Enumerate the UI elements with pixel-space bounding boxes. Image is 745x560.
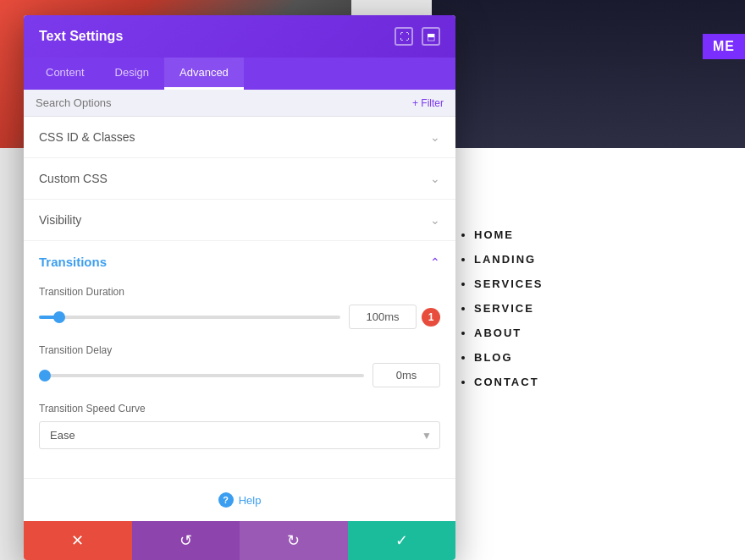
transition-speed-select[interactable]: Ease Linear Ease In Ease Out Ease In Out <box>39 421 440 449</box>
modal-footer: ✕ ↺ ↻ ✓ <box>24 521 455 560</box>
undo-icon: ↺ <box>179 531 192 550</box>
help-label: Help <box>239 494 262 507</box>
css-id-classes-section[interactable]: CSS ID & Classes ⌄ <box>24 117 455 158</box>
redo-icon: ↻ <box>287 531 300 550</box>
transition-speed-select-wrap: Ease Linear Ease In Ease Out Ease In Out… <box>39 421 440 449</box>
transition-delay-slider-row <box>39 363 440 387</box>
undo-button[interactable]: ↺ <box>132 521 240 560</box>
transition-duration-badge: 1 <box>422 308 440 327</box>
tab-advanced[interactable]: Advanced <box>164 58 244 90</box>
transition-duration-field: Transition Duration 1 <box>39 286 440 329</box>
help-row[interactable]: ? Help <box>24 479 455 521</box>
bg-label: ME <box>703 34 745 59</box>
transition-delay-label: Transition Delay <box>39 344 440 356</box>
transition-speed-curve-label: Transition Speed Curve <box>39 403 440 415</box>
transition-duration-input-wrap: 1 <box>349 305 440 329</box>
modal-header-icons: ⛶ ⬒ <box>395 27 440 46</box>
custom-css-label: Custom CSS <box>39 172 108 185</box>
nav-item-landing[interactable]: LANDING <box>474 253 544 266</box>
modal-tabs: Content Design Advanced <box>24 58 455 90</box>
filter-button[interactable]: + Filter <box>412 97 444 109</box>
transition-delay-input[interactable] <box>372 363 440 387</box>
search-input[interactable] <box>36 96 412 109</box>
visibility-label: Visibility <box>39 213 81 227</box>
transition-duration-slider-row: 1 <box>39 305 440 329</box>
transitions-section: Transitions ⌃ Transition Duration 1 Tran… <box>24 241 455 479</box>
nav-item-home[interactable]: HOME <box>474 228 544 241</box>
confirm-icon: ✓ <box>395 531 408 550</box>
modal-body: CSS ID & Classes ⌄ Custom CSS ⌄ Visibili… <box>24 117 455 521</box>
tab-content[interactable]: Content <box>30 58 100 90</box>
columns-icon[interactable]: ⬒ <box>422 27 440 46</box>
fullscreen-icon[interactable]: ⛶ <box>395 27 413 46</box>
chevron-up-icon: ⌃ <box>430 255 440 269</box>
nav-item-services[interactable]: SERVICES <box>474 277 544 290</box>
search-bar: + Filter <box>24 90 455 117</box>
nav-item-service[interactable]: SERVICE <box>474 302 544 315</box>
cancel-button[interactable]: ✕ <box>24 521 132 560</box>
css-id-classes-label: CSS ID & Classes <box>39 130 135 144</box>
transition-duration-slider[interactable] <box>39 316 340 319</box>
help-icon: ? <box>218 492 234 508</box>
transitions-header[interactable]: Transitions ⌃ <box>39 255 440 269</box>
chevron-down-icon: ⌄ <box>430 213 440 227</box>
nav-item-contact[interactable]: CONTACT <box>474 376 544 388</box>
custom-css-section[interactable]: Custom CSS ⌄ <box>24 158 455 200</box>
tab-design[interactable]: Design <box>100 58 164 90</box>
bg-top-right: ME <box>432 0 745 148</box>
chevron-down-icon: ⌄ <box>430 172 440 185</box>
transition-speed-curve-field: Transition Speed Curve Ease Linear Ease … <box>39 403 440 449</box>
transition-delay-field: Transition Delay <box>39 344 440 387</box>
transition-duration-input[interactable] <box>349 305 417 329</box>
transition-delay-slider[interactable] <box>39 374 364 377</box>
visibility-section[interactable]: Visibility ⌄ <box>24 200 455 241</box>
redo-button[interactable]: ↻ <box>240 521 348 560</box>
cancel-icon: ✕ <box>71 531 84 550</box>
nav-list: HOME LANDING SERVICES SERVICE ABOUT BLOG… <box>457 228 544 400</box>
modal-header: Text Settings ⛶ ⬒ <box>24 15 455 58</box>
nav-item-blog[interactable]: BLOG <box>474 351 544 364</box>
chevron-down-icon: ⌄ <box>430 130 440 144</box>
nav-item-about[interactable]: ABOUT <box>474 327 544 339</box>
text-settings-modal: Text Settings ⛶ ⬒ Content Design Advance… <box>24 15 455 560</box>
confirm-button[interactable]: ✓ <box>348 521 456 560</box>
transition-duration-label: Transition Duration <box>39 286 440 298</box>
transitions-title: Transitions <box>39 255 107 269</box>
modal-title: Text Settings <box>39 29 123 44</box>
